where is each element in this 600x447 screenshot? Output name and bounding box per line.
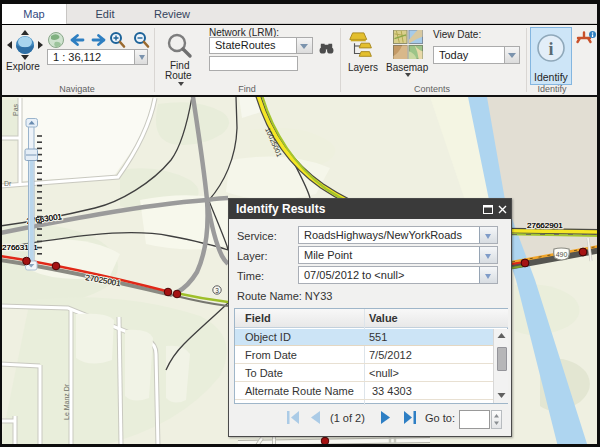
- svg-text:3: 3: [215, 287, 219, 294]
- svg-text:Le Manz Dr: Le Manz Dr: [63, 383, 70, 420]
- svg-text:i: i: [548, 39, 553, 59]
- svg-text:490: 490: [556, 251, 568, 258]
- svg-text:27662901: 27662901: [527, 221, 563, 230]
- svg-text:Pas: Pas: [12, 103, 19, 116]
- svg-text:Dr: Dr: [4, 180, 12, 187]
